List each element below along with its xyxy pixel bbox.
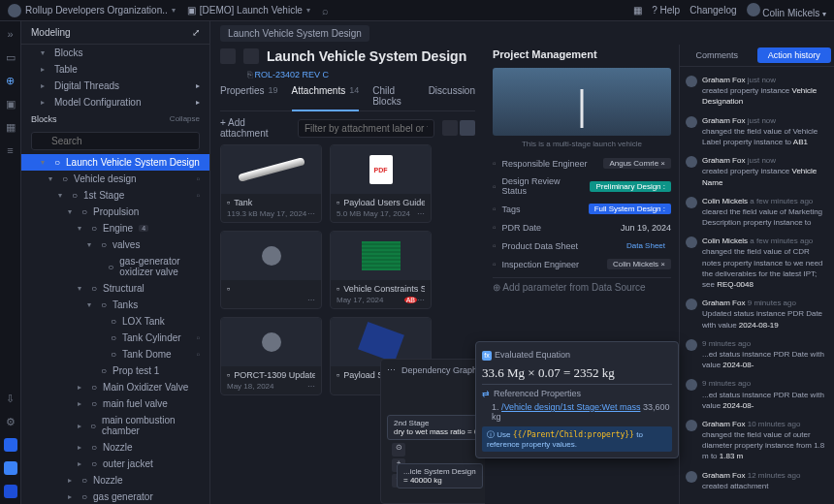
grid-icon[interactable]: ▦ xyxy=(633,5,642,16)
add-attachment-button[interactable]: + Add attachment xyxy=(220,117,290,139)
rail-grid-icon[interactable]: ▦ xyxy=(4,120,17,134)
popup-info: ⓘ Use {{/Parent/Child:property}} to refe… xyxy=(482,426,672,452)
card-menu-icon[interactable]: ⋯ xyxy=(417,209,425,218)
sidebar-expand-icon[interactable]: ⤢ xyxy=(192,27,200,38)
rail-collapse-icon[interactable]: » xyxy=(4,27,17,41)
attachment-card[interactable]: ▫PORCT-1309 Update this inv... May 18, 2… xyxy=(220,317,322,395)
search-icon[interactable]: ⌕ xyxy=(322,5,329,16)
project-selector[interactable]: ▣ [DEMO] Launch Vehicle▾ xyxy=(187,5,310,16)
pm-row: ▫Design Review StatusPreliminary Design … xyxy=(493,173,671,200)
rail-cube-icon[interactable]: ▣ xyxy=(4,97,17,110)
rail-app-1[interactable] xyxy=(4,438,17,452)
tree-node[interactable]: ▸○gas generator xyxy=(21,488,209,504)
org-selector[interactable]: Rollup Developers Organization..▾ xyxy=(8,4,176,17)
tab-child blocks[interactable]: Child Blocks xyxy=(372,85,414,107)
tab-properties[interactable]: Properties19 xyxy=(220,85,278,107)
tree-node[interactable]: ▾○Structural xyxy=(21,280,209,297)
card-menu-icon[interactable]: ⋯ xyxy=(417,296,425,304)
blocks-label: Blocks xyxy=(31,114,57,124)
help-link[interactable]: ? Help xyxy=(652,5,680,16)
tree-node[interactable]: ▸○outer jacket xyxy=(21,456,209,472)
pm-chip[interactable]: Angus Comrie × xyxy=(603,158,671,169)
attachment-card[interactable]: ▫ ⋯ xyxy=(220,231,322,309)
pm-chip[interactable]: Colin Mickels × xyxy=(607,259,671,269)
activity-item: 9 minutes ago...ed status instance PDR D… xyxy=(686,334,828,375)
page-title: Launch Vehicle System Design xyxy=(267,48,466,64)
fx-icon: fx xyxy=(482,351,492,361)
card-menu-icon[interactable]: ⋯ xyxy=(307,296,315,304)
rail-settings-icon[interactable]: ⚙ xyxy=(4,415,17,428)
sidebar-section[interactable]: ▸Table xyxy=(21,61,209,78)
tree-node[interactable]: ○LOX Tank xyxy=(21,313,209,330)
graph-node[interactable]: 2nd Stagedry to wet mass ratio = 0.16 xyxy=(387,415,485,440)
tree-node[interactable]: ▾○Engine4 xyxy=(21,220,209,236)
tab-comments[interactable]: Comments xyxy=(680,45,754,66)
block-icon xyxy=(220,48,236,64)
pm-row: ▫Product Data SheetData Sheet xyxy=(493,236,671,255)
activity-item: Graham Fox just nowchanged the field val… xyxy=(686,111,828,152)
close-icon[interactable]: ⋯ xyxy=(387,365,396,375)
ref-link[interactable]: ROL-23402 REV C xyxy=(255,70,330,79)
tree-node[interactable]: ▸○main combustion chamber xyxy=(21,412,209,439)
tab-attachments[interactable]: Attachments14 xyxy=(292,85,360,111)
tree-node[interactable]: ▸○Main Oxidizer Valve xyxy=(21,379,209,395)
breadcrumb[interactable]: Launch Vehicle System Design xyxy=(220,25,369,42)
pm-row: ▫PDR DateJun 19, 2024 xyxy=(493,218,671,236)
pm-row: ▫Responsible EngineerAngus Comrie × xyxy=(493,154,671,173)
tree-node[interactable]: ○Tank Dome▫ xyxy=(21,346,209,362)
card-menu-icon[interactable]: ⋯ xyxy=(307,382,315,391)
activity-item: Graham Fox just nowcreated property inst… xyxy=(686,151,828,192)
rail-app-3[interactable] xyxy=(4,485,17,498)
activity-item: Graham Fox 10 minutes agochanged the fie… xyxy=(686,415,828,466)
block-type-icon xyxy=(243,48,259,64)
attachment-card[interactable]: PDF▫Payload Users Guide5.0 MB May 17, 20… xyxy=(330,144,432,223)
pm-chip[interactable]: Full System Design : xyxy=(589,204,671,214)
rail-download-icon[interactable]: ⇩ xyxy=(4,392,17,405)
collapse-button[interactable]: Collapse xyxy=(170,114,200,124)
attachment-card[interactable]: ▫Tank119.3 kB May 17, 2024⋯ xyxy=(220,144,322,223)
changelog-link[interactable]: Changelog xyxy=(690,5,736,16)
rail-add-icon[interactable]: ⊕ xyxy=(4,74,17,87)
sidebar-section[interactable]: ▸Model Configuration▸ xyxy=(21,94,209,110)
tree-node[interactable]: ○Prop test 1 xyxy=(21,362,209,379)
sidebar-section[interactable]: ▸Digital Threads▸ xyxy=(21,78,209,94)
pm-chip[interactable]: Preliminary Design : xyxy=(590,181,671,192)
tree-node[interactable]: ○Tank Cylinder▫ xyxy=(21,330,209,346)
tree-node[interactable]: ▾○Vehicle design▫ xyxy=(21,171,209,187)
tree-node[interactable]: ▸○Nozzle xyxy=(21,472,209,488)
sidebar-heading: Modeling xyxy=(31,27,71,38)
tree-node[interactable]: ▸○main fuel valve xyxy=(21,395,209,412)
sidebar-section[interactable]: ▾Blocks xyxy=(21,45,209,61)
tree-node[interactable]: ▾○Tanks xyxy=(21,297,209,313)
activity-item: Colin Mickels a few minutes agocleared t… xyxy=(686,192,828,233)
rail-docs-icon[interactable]: ≡ xyxy=(4,143,17,157)
tree-node[interactable]: ▾○Launch Vehicle System Design xyxy=(21,154,209,171)
tree-node[interactable]: ○gas-generator oxidizer valve xyxy=(21,253,209,280)
pm-title: Project Management xyxy=(493,45,671,64)
rail-app-2[interactable] xyxy=(4,461,17,475)
rail-home-icon[interactable]: ▭ xyxy=(4,50,17,64)
activity-item: Graham Fox 9 minutes agoUpdated status i… xyxy=(686,294,828,334)
zoom-target-icon[interactable]: ⊙ xyxy=(392,443,405,457)
popup-heading: Evaluated Equation xyxy=(495,350,570,360)
user-menu[interactable]: Colin Mickels ▾ xyxy=(747,3,826,18)
sidebar-search-input[interactable] xyxy=(31,132,200,150)
tree-node[interactable]: ▾○Propulsion xyxy=(21,204,209,220)
activity-item: 9 minutes ago...ed status instance PDR D… xyxy=(686,374,828,415)
tab-action-history[interactable]: Action history xyxy=(757,47,832,63)
add-param-button[interactable]: ⊕ Add parameter from Data Source xyxy=(493,282,646,293)
tree-node[interactable]: ▾○valves xyxy=(21,236,209,253)
tree-node[interactable]: ▾○1st Stage▫ xyxy=(21,187,209,204)
grid-view-button[interactable] xyxy=(460,120,475,136)
pm-row: ▫TagsFull System Design : xyxy=(493,200,671,218)
attachment-card[interactable]: ▫Vehicle Constraints Spreadsheet May 17,… xyxy=(330,231,432,309)
card-menu-icon[interactable]: ⋯ xyxy=(307,209,315,218)
activity-item: Colin Mickels a few minutes agochanged t… xyxy=(686,232,828,294)
pm-chip[interactable]: Data Sheet xyxy=(621,240,671,251)
graph-node[interactable]: ...icle System Design= 40000 kg xyxy=(397,463,483,488)
tree-node[interactable]: ▸○Nozzle xyxy=(21,439,209,456)
tab-discussion[interactable]: Discussion xyxy=(429,85,475,107)
filter-input[interactable] xyxy=(298,119,434,138)
list-view-button[interactable] xyxy=(442,120,458,136)
ref-link[interactable]: /Vehicle design/1st Stage:Wet mass xyxy=(501,402,640,412)
